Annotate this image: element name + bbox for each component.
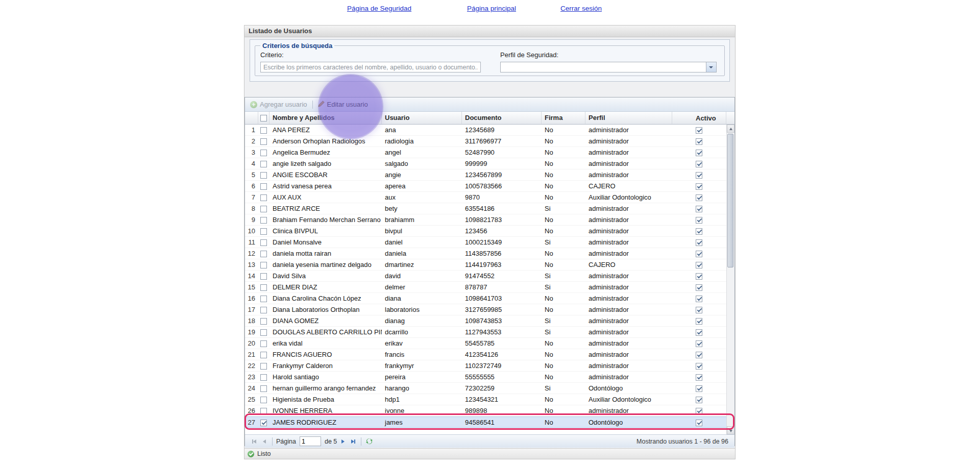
table-row[interactable]: 21FRANCIS AGUEROfrancis412354126Noadmini… <box>245 349 734 360</box>
cell-activo-checkbox[interactable] <box>672 360 726 372</box>
table-row[interactable]: 12daniela motta rairandaniela1143857856N… <box>245 248 734 259</box>
link-pagina-principal[interactable]: Página principal <box>467 5 516 12</box>
table-row[interactable]: 16Diana Carolina Chacón Lópezdiana109864… <box>245 293 734 304</box>
cell-activo-checkbox[interactable] <box>672 192 726 203</box>
add-user-button[interactable]: + Agregar usuario <box>247 99 310 110</box>
row-select-checkbox[interactable] <box>258 417 270 428</box>
table-row[interactable]: 20erika vidalerikav55455785Noadministrad… <box>245 338 734 349</box>
cell-activo-checkbox[interactable] <box>672 417 726 428</box>
table-row[interactable]: 8BEATRIZ ARCEbety63554186Siadministrador <box>245 203 734 214</box>
row-select-checkbox[interactable] <box>258 226 270 237</box>
table-row[interactable]: 17Diana Laboratorios Orthoplanlaboratori… <box>245 304 734 315</box>
row-select-checkbox[interactable] <box>258 293 270 304</box>
cell-activo-checkbox[interactable] <box>672 293 726 304</box>
table-row[interactable]: 3Angelica Bermudezangel52487990Noadminis… <box>245 147 734 158</box>
vertical-scrollbar[interactable] <box>726 125 734 434</box>
cell-activo-checkbox[interactable] <box>672 372 726 383</box>
header-firma[interactable]: Firma <box>542 112 585 124</box>
row-select-checkbox[interactable] <box>258 237 270 248</box>
table-row[interactable]: 13daniela yesenia martinez delgadodmarti… <box>245 259 734 271</box>
cell-activo-checkbox[interactable] <box>672 327 726 338</box>
cell-activo-checkbox[interactable] <box>672 271 726 282</box>
row-select-checkbox[interactable] <box>258 360 270 372</box>
table-row[interactable]: 1ANA PEREZana12345689Noadministrador <box>245 125 734 136</box>
table-row[interactable]: 22Frankymyr Calderonfrankymyr1102372749N… <box>245 360 734 372</box>
table-row[interactable]: 5ANGIE ESCOBARangie1234567899Noadministr… <box>245 169 734 181</box>
row-select-checkbox[interactable] <box>258 271 270 282</box>
prev-page-icon[interactable] <box>259 436 270 447</box>
row-select-checkbox[interactable] <box>258 372 270 383</box>
cell-activo-checkbox[interactable] <box>672 169 726 181</box>
cell-activo-checkbox[interactable] <box>672 405 726 417</box>
table-row[interactable]: 27JAMES RODRIGUEZjames94586541NoOdontólo… <box>245 417 734 428</box>
row-select-checkbox[interactable] <box>258 203 270 214</box>
table-row[interactable]: 6Astrid vanesa pereaaperea1005783566NoCA… <box>245 181 734 192</box>
row-select-checkbox[interactable] <box>258 259 270 271</box>
cell-activo-checkbox[interactable] <box>672 349 726 360</box>
table-row[interactable]: 7AUX AUXaux9870NoAuxiliar Odontologico <box>245 192 734 203</box>
table-row[interactable]: 24hernan guillermo arango fernandezharan… <box>245 383 734 394</box>
last-page-icon[interactable] <box>348 436 358 447</box>
row-select-checkbox[interactable] <box>258 282 270 293</box>
cell-activo-checkbox[interactable] <box>672 394 726 405</box>
cell-activo-checkbox[interactable] <box>672 282 726 293</box>
table-row[interactable]: 15DELMER DIAZdelmer878787Siadministrador <box>245 282 734 293</box>
first-page-icon[interactable] <box>249 436 259 447</box>
header-usuario[interactable]: Usuario <box>382 112 462 124</box>
row-select-checkbox[interactable] <box>258 158 270 169</box>
cell-activo-checkbox[interactable] <box>672 203 726 214</box>
cell-activo-checkbox[interactable] <box>672 304 726 315</box>
table-row[interactable]: 19DOUGLAS ALBERTO CARRILLO PINZ...dcarri… <box>245 327 734 338</box>
perfil-select[interactable] <box>500 62 717 72</box>
table-row[interactable]: 2Anderson Orhoplan Radiologosradiologia3… <box>245 136 734 147</box>
edit-user-button[interactable]: Editar usuario <box>315 99 371 110</box>
cell-activo-checkbox[interactable] <box>672 181 726 192</box>
table-row[interactable]: 4angie lizeth salgadosalgado999999Noadmi… <box>245 158 734 169</box>
row-select-checkbox[interactable] <box>258 304 270 315</box>
row-select-checkbox[interactable] <box>258 181 270 192</box>
row-select-checkbox[interactable] <box>258 327 270 338</box>
row-select-checkbox[interactable] <box>258 405 270 417</box>
table-row[interactable]: 23Harold santiagopereira55555555Noadmini… <box>245 372 734 383</box>
next-page-icon[interactable] <box>338 436 348 447</box>
header-select-all-checkbox[interactable] <box>258 112 270 124</box>
row-select-checkbox[interactable] <box>258 192 270 203</box>
row-select-checkbox[interactable] <box>258 169 270 181</box>
table-row[interactable]: 9Brahiam Fernando Merchan Serranobrahiam… <box>245 214 734 226</box>
row-select-checkbox[interactable] <box>258 394 270 405</box>
search-input[interactable] <box>260 62 481 72</box>
cell-activo-checkbox[interactable] <box>672 214 726 226</box>
table-row[interactable]: 14David Silvadavid91474552Siadministrado… <box>245 271 734 282</box>
row-select-checkbox[interactable] <box>258 214 270 226</box>
page-number-input[interactable] <box>300 436 321 446</box>
table-row[interactable]: 25Higienista de Pruebahdp1123454321NoAux… <box>245 394 734 405</box>
table-row[interactable]: 26IVONNE HERRERAivonne989898Noadministra… <box>245 405 734 417</box>
row-select-checkbox[interactable] <box>258 315 270 327</box>
header-documento[interactable]: Documento <box>462 112 542 124</box>
row-select-checkbox[interactable] <box>258 349 270 360</box>
refresh-icon[interactable] <box>364 436 374 447</box>
cell-activo-checkbox[interactable] <box>672 383 726 394</box>
row-select-checkbox[interactable] <box>258 338 270 349</box>
link-cerrar-sesion[interactable]: Cerrar sesión <box>560 5 602 12</box>
chevron-down-icon[interactable] <box>706 62 716 72</box>
header-perfil[interactable]: Perfil <box>585 112 672 124</box>
cell-activo-checkbox[interactable] <box>672 158 726 169</box>
cell-activo-checkbox[interactable] <box>672 147 726 158</box>
table-row[interactable]: 10Clinica BIVPULbivpul123456Noadministra… <box>245 226 734 237</box>
row-select-checkbox[interactable] <box>258 383 270 394</box>
table-row[interactable]: 18DIANA GOMEZdianag1098743853Siadministr… <box>245 315 734 327</box>
table-row[interactable]: 11Daniel Monsalvedaniel1000215349Siadmin… <box>245 237 734 248</box>
cell-activo-checkbox[interactable] <box>672 136 726 147</box>
scroll-down-icon[interactable] <box>727 426 734 434</box>
cell-activo-checkbox[interactable] <box>672 248 726 259</box>
row-select-checkbox[interactable] <box>258 136 270 147</box>
row-select-checkbox[interactable] <box>258 248 270 259</box>
cell-activo-checkbox[interactable] <box>672 237 726 248</box>
link-pagina-seguridad[interactable]: Página de Seguridad <box>347 5 411 12</box>
scrollbar-thumb[interactable] <box>727 134 733 267</box>
cell-activo-checkbox[interactable] <box>672 259 726 271</box>
header-nombre[interactable]: Nombre y Apellidos <box>270 112 382 124</box>
cell-activo-checkbox[interactable] <box>672 125 726 136</box>
cell-activo-checkbox[interactable] <box>672 226 726 237</box>
